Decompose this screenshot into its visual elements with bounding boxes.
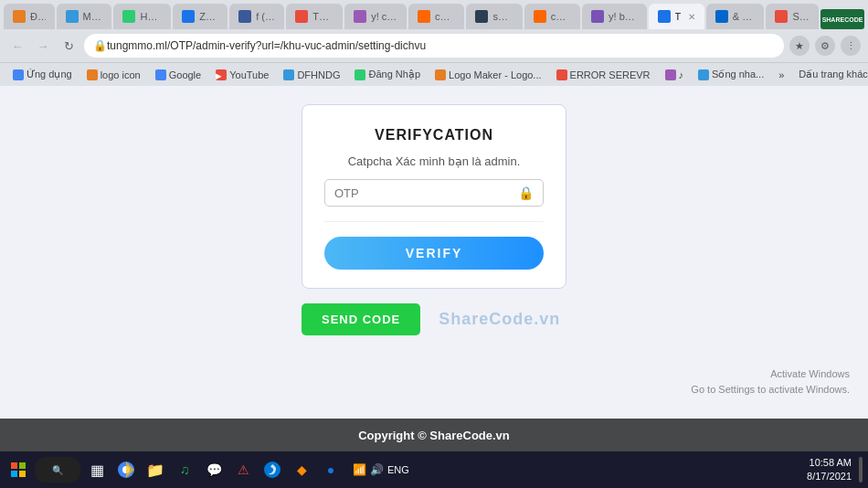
taskbar-file-icon[interactable]: 📁 xyxy=(143,457,168,483)
tab-code[interactable]: y! code+ xyxy=(344,4,407,29)
taskbar-app1-icon[interactable]: ♫ xyxy=(172,457,197,483)
bookmark-other[interactable]: Dấu trang khác xyxy=(793,67,868,82)
bookmark-logo-maker[interactable]: Logo Maker - Logo... xyxy=(429,68,547,82)
verify-button[interactable]: VERIFY xyxy=(324,237,544,270)
svg-rect-3 xyxy=(19,471,26,477)
tab-favicon xyxy=(591,10,604,23)
tab-favicon xyxy=(475,10,488,23)
tab-server[interactable]: server: xyxy=(466,4,522,29)
tab-bar: Đăng Medi... Hoàn... Zalo V f (20+) Them… xyxy=(0,0,868,29)
menu-icon[interactable]: ⋮ xyxy=(841,36,861,56)
tab-tur[interactable]: Tứr ✕ xyxy=(649,4,704,29)
tab-hoan[interactable]: Hoàn... xyxy=(113,4,171,29)
taskbar-app5-icon[interactable]: ● xyxy=(318,457,344,483)
windows-notice: Activate Windows Go to Settings to activ… xyxy=(691,366,850,397)
tab-close-icon[interactable]: ✕ xyxy=(688,12,695,22)
address-bar[interactable]: 🔒 tungmmo.ml/OTP/admin-verify?url=/khu-v… xyxy=(84,34,784,58)
windows-icon xyxy=(11,462,26,477)
tab-favicon xyxy=(295,10,308,23)
taskbar-app2-icon[interactable]: 💬 xyxy=(201,457,227,483)
bookmark-favicon xyxy=(283,69,294,80)
bookmark-favicon xyxy=(355,69,365,80)
clock-time: 10:58 AM xyxy=(807,456,852,470)
tab-favicon xyxy=(182,10,195,23)
card-subtitle: Catpcha Xác minh bạn là admin. xyxy=(348,154,521,168)
bookmark-dfhndg[interactable]: DFHNDG xyxy=(278,68,345,82)
otp-input-row[interactable]: 🔒 xyxy=(324,179,544,207)
verification-card: VERIFYCATION Catpcha Xác minh bạn là adm… xyxy=(302,104,566,289)
tab-favicon xyxy=(66,10,79,23)
page-content: VERIFYCATION Catpcha Xác minh bạn là adm… xyxy=(0,86,868,451)
system-tray: 📶 🔊 ENG xyxy=(353,463,409,476)
bookmark-google[interactable]: Google xyxy=(150,68,206,82)
bookmark-favicon xyxy=(665,69,676,80)
tab-bootstr[interactable]: y! bootstr xyxy=(582,4,646,29)
address-text: tungmmo.ml/OTP/admin-verify?url=/khu-vuc… xyxy=(107,39,775,52)
bookmark-youtube[interactable]: ▶ YouTube xyxy=(210,68,274,82)
svg-rect-2 xyxy=(11,471,17,477)
tab-favicon xyxy=(715,10,728,23)
task-view-button[interactable]: ▦ xyxy=(84,457,110,483)
tab-favicon xyxy=(354,10,366,23)
bookmarks-bar: Ứng dụng logo icon Google ▶ YouTube DFHN… xyxy=(0,62,868,86)
reload-button[interactable]: ↻ xyxy=(58,36,79,56)
copyright-bar: Copyright © ShareCode.vn xyxy=(0,419,868,451)
taskbar-chrome-icon[interactable] xyxy=(113,457,139,483)
tab-cpanel1[interactable]: cPanel xyxy=(408,4,464,29)
tab-zalo[interactable]: Zalo V xyxy=(173,4,228,29)
bookmark-music[interactable]: ♪ xyxy=(660,68,690,82)
bookmark-dang-nhap[interactable]: Đăng Nhập xyxy=(349,67,426,82)
tab-favicon xyxy=(775,10,788,23)
watermark: ShareCode.vn xyxy=(439,310,560,329)
taskbar-clock: 10:58 AM 8/17/2021 xyxy=(807,456,852,484)
tab-favicon xyxy=(658,10,671,23)
svg-rect-0 xyxy=(11,462,17,469)
clock-date: 8/17/2021 xyxy=(807,470,852,483)
bookmark-star-icon[interactable]: ★ xyxy=(789,36,810,56)
svg-rect-1 xyxy=(19,462,26,469)
taskbar-app3-icon[interactable]: ⚠ xyxy=(230,457,256,483)
bookmark-apps[interactable]: Ứng dụng xyxy=(7,67,78,82)
tab-dang[interactable]: Đăng xyxy=(4,4,55,29)
tab-acode[interactable]: & Code xyxy=(706,4,765,29)
back-button[interactable]: ← xyxy=(7,36,27,56)
browser-chrome: Đăng Medi... Hoàn... Zalo V f (20+) Them… xyxy=(0,0,868,86)
bookmark-logo-icon[interactable]: logo icon xyxy=(81,68,146,82)
tray-icon-1[interactable]: 📶 xyxy=(353,463,366,476)
windows-notice-line2: Go to Settings to activate Windows. xyxy=(691,382,850,398)
tab-theme[interactable]: Theme xyxy=(286,4,343,29)
sharecode-logo-area: SHARECODE xyxy=(820,9,864,29)
lock-icon: 🔒 xyxy=(518,186,534,200)
tab-cpanel2[interactable]: cPanel xyxy=(524,4,580,29)
forward-button[interactable]: → xyxy=(33,36,53,56)
send-code-button[interactable]: SEND CODE xyxy=(302,303,420,335)
bookmark-favicon xyxy=(13,69,24,80)
bookmark-favicon xyxy=(698,69,709,80)
extensions-icon[interactable]: ⚙ xyxy=(815,36,835,56)
tray-icon-2[interactable]: 🔊 xyxy=(370,463,384,476)
bottom-row: SEND CODE ShareCode.vn xyxy=(302,303,566,335)
svg-point-6 xyxy=(264,461,281,478)
divider xyxy=(324,221,544,222)
bookmark-error-serevr[interactable]: ERROR SEREVR xyxy=(551,68,656,82)
tab-favicon xyxy=(534,10,546,23)
bookmark-favicon: ▶ xyxy=(216,69,227,80)
taskbar-edge-icon[interactable] xyxy=(259,457,285,483)
bookmark-favicon xyxy=(556,69,567,80)
bookmark-song-nha[interactable]: Sống nha... xyxy=(693,67,769,82)
tab-favicon xyxy=(418,10,430,23)
bookmark-favicon xyxy=(155,69,166,80)
taskbar-search-icon[interactable]: 🔍 xyxy=(35,457,80,483)
tab-f20[interactable]: f (20+) xyxy=(229,4,284,29)
bookmark-favicon xyxy=(435,69,446,80)
otp-input[interactable] xyxy=(334,186,511,200)
taskbar-app4-icon[interactable]: ◆ xyxy=(289,457,314,483)
tab-favicon xyxy=(122,10,135,23)
tab-sang[interactable]: Sàn g xyxy=(766,4,819,29)
start-button[interactable] xyxy=(5,457,31,483)
bookmark-more-arrow[interactable]: » xyxy=(773,68,789,82)
lock-icon: 🔒 xyxy=(93,39,107,52)
tab-medi[interactable]: Medi... xyxy=(57,4,112,29)
card-title: VERIFYCATION xyxy=(375,127,493,143)
show-desktop-button[interactable] xyxy=(859,457,863,483)
